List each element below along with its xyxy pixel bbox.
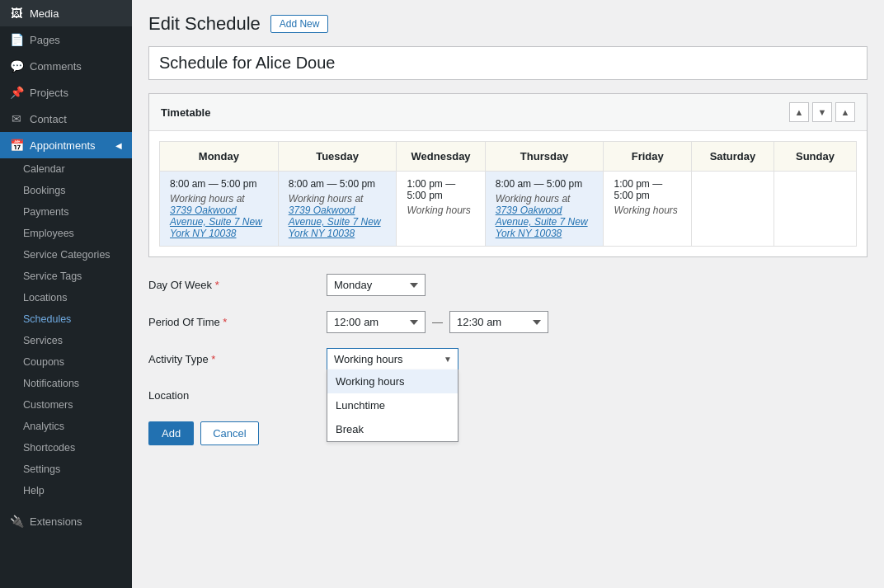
page-title: Edit Schedule <box>148 13 261 35</box>
sidebar-item-pages[interactable]: 📄 Pages <box>0 26 132 53</box>
cell-saturday <box>691 172 774 247</box>
sidebar-item-coupons[interactable]: Coupons <box>0 351 132 373</box>
comments-icon: 💬 <box>10 59 23 73</box>
activity-type-wrapper: Working hours ▼ Working hours Lunchtime … <box>327 348 458 369</box>
cell-time: 8:00 am — 5:00 pm <box>170 178 268 190</box>
cell-location-link[interactable]: 3739 Oakwood Avenue, Suite 7 New York NY… <box>170 205 268 239</box>
sidebar-item-shortcodes[interactable]: Shortcodes <box>0 437 132 459</box>
sidebar-item-service-tags[interactable]: Service Tags <box>0 266 132 287</box>
th-wednesday: Wednesday <box>397 142 485 172</box>
contact-icon: ✉ <box>10 112 23 125</box>
sidebar-item-label: Media <box>30 7 59 20</box>
dropdown-item-working-hours[interactable]: Working hours <box>327 369 458 393</box>
sidebar-item-customers[interactable]: Customers <box>0 394 132 416</box>
day-of-week-select[interactable]: Monday Tuesday Wednesday Thursday Friday… <box>327 274 426 296</box>
sidebar-item-calendar[interactable]: Calendar <box>0 158 132 180</box>
sidebar-item-locations[interactable]: Locations <box>0 287 132 308</box>
sidebar-item-contact[interactable]: ✉ Contact <box>0 106 132 132</box>
cell-friday: 1:00 pm — 5:00 pm Working hours <box>604 172 692 247</box>
sidebar-item-bookings[interactable]: Bookings <box>0 180 132 201</box>
appointments-icon: 📅 <box>10 139 23 152</box>
sidebar-item-settings[interactable]: Settings <box>0 459 132 480</box>
period-end-select[interactable]: 12:30 am 1:00 am 1:30 am <box>449 311 548 333</box>
cell-wednesday: 1:00 pm — 5:00 pm Working hours <box>397 172 485 247</box>
th-friday: Friday <box>604 142 692 172</box>
day-of-week-controls: Monday Tuesday Wednesday Thursday Friday… <box>327 274 426 296</box>
period-of-time-label: Period Of Time * <box>148 311 313 328</box>
sidebar-item-label: Pages <box>30 34 60 46</box>
sidebar-item-appointments[interactable]: 📅 Appointments ◀ <box>0 132 132 158</box>
period-of-time-row: Period Of Time * 12:00 am 12:30 am 1:00 … <box>148 311 868 333</box>
sidebar: 🖼 Media 📄 Pages 💬 Comments 📌 Projects ✉ … <box>0 0 132 588</box>
sidebar-item-label: Extensions <box>30 515 82 528</box>
sidebar-item-employees[interactable]: Employees <box>0 223 132 244</box>
th-thursday: Thursday <box>485 142 604 172</box>
sidebar-item-label: Projects <box>30 87 68 99</box>
location-row: Location <box>148 384 868 407</box>
day-of-week-row: Day Of Week * Monday Tuesday Wednesday T… <box>148 274 868 296</box>
th-sunday: Sunday <box>774 142 856 172</box>
sidebar-item-services[interactable]: Services <box>0 330 132 351</box>
activity-type-select[interactable]: Working hours ▼ <box>327 348 458 369</box>
schedule-name-input[interactable] <box>148 46 868 80</box>
cell-location-link[interactable]: 3739 Oakwood Avenue, Suite 7 New York NY… <box>289 205 387 239</box>
timetable-table: Monday Tuesday Wednesday Thursday Friday… <box>159 141 857 247</box>
cell-thursday: 8:00 am — 5:00 pm Working hours at 3739 … <box>485 172 604 247</box>
sidebar-item-analytics[interactable]: Analytics <box>0 416 132 437</box>
timetable-header: Timetable ▲ ▼ ▲ <box>149 94 867 131</box>
page-header: Edit Schedule Add New <box>148 13 868 35</box>
th-tuesday: Tuesday <box>278 142 397 172</box>
sidebar-item-label: Appointments <box>30 139 96 152</box>
activity-type-value: Working hours <box>334 353 403 365</box>
add-button[interactable]: Add <box>148 421 194 445</box>
sidebar-item-projects[interactable]: 📌 Projects <box>0 79 132 106</box>
sidebar-item-payments[interactable]: Payments <box>0 201 132 223</box>
sidebar-item-service-categories[interactable]: Service Categories <box>0 244 132 266</box>
sidebar-item-label: Contact <box>30 113 67 125</box>
time-separator: — <box>432 316 443 328</box>
sidebar-item-media[interactable]: 🖼 Media <box>0 0 132 26</box>
sidebar-item-notifications[interactable]: Notifications <box>0 373 132 394</box>
cell-time: 1:00 pm — 5:00 pm <box>614 178 681 201</box>
activity-type-controls: Working hours ▼ Working hours Lunchtime … <box>327 348 458 369</box>
media-icon: 🖼 <box>10 7 23 20</box>
cell-time: 1:00 pm — 5:00 pm <box>407 178 474 201</box>
timetable-up-button[interactable]: ▲ <box>789 102 809 122</box>
cell-sunday <box>774 172 856 247</box>
cell-tuesday: 8:00 am — 5:00 pm Working hours at 3739 … <box>278 172 397 247</box>
cell-monday: 8:00 am — 5:00 pm Working hours at 3739 … <box>160 172 279 247</box>
activity-type-label: Activity Type * <box>148 348 313 365</box>
period-of-time-controls: 12:00 am 12:30 am 1:00 am — 12:30 am 1:0… <box>327 311 548 333</box>
timetable-expand-button[interactable]: ▲ <box>835 102 855 122</box>
dropdown-item-break[interactable]: Break <box>327 417 458 441</box>
th-saturday: Saturday <box>691 142 774 172</box>
dropdown-item-lunchtime[interactable]: Lunchtime <box>327 393 458 417</box>
add-new-button[interactable]: Add New <box>270 15 329 33</box>
sidebar-item-help[interactable]: Help <box>0 480 132 501</box>
activity-type-row: Activity Type * Working hours ▼ Working … <box>148 348 868 369</box>
cell-time: 8:00 am — 5:00 pm <box>496 178 594 190</box>
sidebar-item-comments[interactable]: 💬 Comments <box>0 53 132 79</box>
activity-type-dropdown: Working hours Lunchtime Break <box>327 369 458 442</box>
sidebar-item-extensions[interactable]: 🔌 Extensions <box>0 508 132 534</box>
action-row: Add Cancel <box>148 421 868 445</box>
main-content: Edit Schedule Add New Timetable ▲ ▼ ▲ Mo… <box>132 0 884 588</box>
extensions-icon: 🔌 <box>10 515 23 528</box>
cell-location-link[interactable]: 3739 Oakwood Avenue, Suite 7 New York NY… <box>496 205 594 239</box>
projects-icon: 📌 <box>10 86 23 99</box>
cell-time: 8:00 am — 5:00 pm <box>289 178 387 190</box>
timetable-controls: ▲ ▼ ▲ <box>789 102 855 122</box>
sidebar-item-label: Comments <box>30 60 82 73</box>
table-row: 8:00 am — 5:00 pm Working hours at 3739 … <box>160 172 857 247</box>
timetable-down-button[interactable]: ▼ <box>812 102 832 122</box>
sidebar-item-schedules[interactable]: Schedules <box>0 308 132 330</box>
location-label: Location <box>148 384 313 402</box>
pages-icon: 📄 <box>10 33 23 46</box>
th-monday: Monday <box>160 142 279 172</box>
chevron-down-icon: ▼ <box>444 355 452 364</box>
period-start-select[interactable]: 12:00 am 12:30 am 1:00 am <box>327 311 426 333</box>
day-of-week-label: Day Of Week * <box>148 274 313 291</box>
timetable-section: Timetable ▲ ▼ ▲ Monday Tuesday Wednesday… <box>148 93 868 257</box>
cancel-button[interactable]: Cancel <box>200 421 258 445</box>
timetable-body: Monday Tuesday Wednesday Thursday Friday… <box>149 131 867 256</box>
